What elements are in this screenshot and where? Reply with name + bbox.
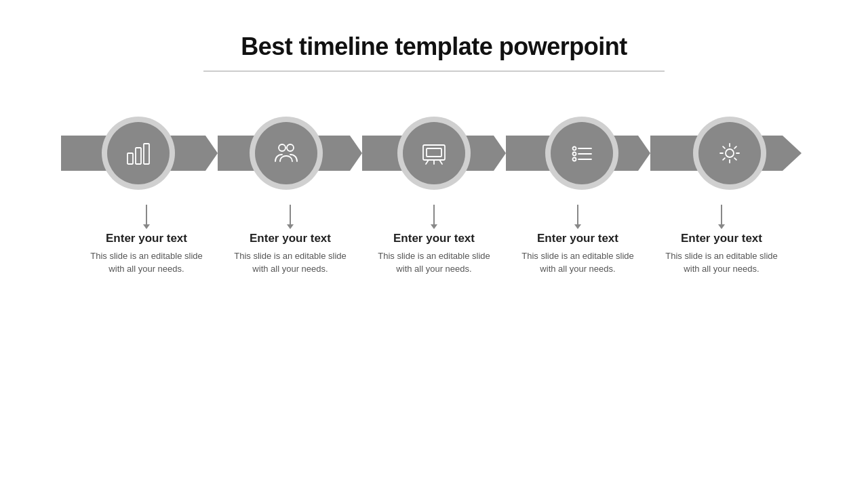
page-title: Best timeline template powerpoint xyxy=(203,33,665,61)
step-desc-3: This slide is an editable slide with all… xyxy=(373,249,495,276)
step-desc-5: This slide is an editable slide with all… xyxy=(660,249,783,276)
arrow-5 xyxy=(638,136,783,171)
step-label-4: Enter your text This slide is an editabl… xyxy=(517,205,639,276)
arrows-container xyxy=(61,136,807,171)
step-title-1: Enter your text xyxy=(106,232,187,245)
arrow-down-1 xyxy=(146,205,147,225)
step-title-2: Enter your text xyxy=(250,232,331,245)
step-title-5: Enter your text xyxy=(681,232,762,245)
step-desc-2: This slide is an editable slide with all… xyxy=(229,249,351,276)
page-header: Best timeline template powerpoint xyxy=(203,33,665,72)
step-title-3: Enter your text xyxy=(393,232,475,245)
arrow-2 xyxy=(205,136,350,171)
step-title-4: Enter your text xyxy=(537,232,618,245)
labels-row: Enter your text This slide is an editabl… xyxy=(61,205,807,276)
step-label-3: Enter your text This slide is an editabl… xyxy=(373,205,495,276)
arrow-1 xyxy=(61,136,205,171)
arrow-down-4 xyxy=(577,205,578,225)
step-label-2: Enter your text This slide is an editabl… xyxy=(229,205,351,276)
arrow-down-5 xyxy=(721,205,722,225)
arrow-4 xyxy=(494,136,638,171)
arrow-down-2 xyxy=(290,205,291,225)
step-label-1: Enter your text This slide is an editabl… xyxy=(85,205,208,276)
arrow-tip xyxy=(783,136,807,171)
header-divider xyxy=(203,70,665,72)
step-desc-4: This slide is an editable slide with all… xyxy=(517,249,639,276)
arrow-3 xyxy=(350,136,494,171)
timeline-track xyxy=(61,113,807,194)
step-desc-1: This slide is an editable slide with all… xyxy=(85,249,208,276)
timeline-section: Enter your text This slide is an editabl… xyxy=(61,113,807,276)
arrow-down-3 xyxy=(433,205,435,225)
step-label-5: Enter your text This slide is an editabl… xyxy=(660,205,783,276)
